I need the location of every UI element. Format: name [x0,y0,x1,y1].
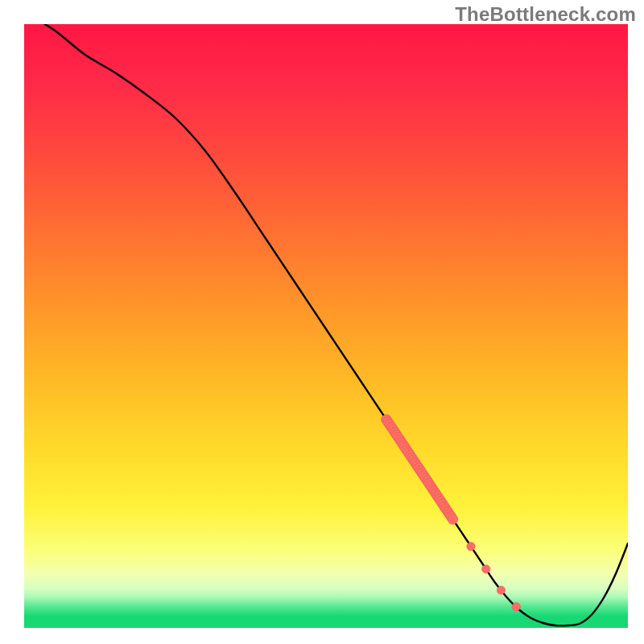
chart-stage: TheBottleneck.com [0,0,644,644]
curve-marker [467,543,475,551]
gradient-background [24,24,628,628]
chart-svg [0,0,644,644]
watermark-text: TheBottleneck.com [455,3,636,26]
curve-marker [482,565,490,573]
curve-marker [497,586,505,594]
curve-marker [448,514,458,525]
curve-marker [512,603,520,611]
